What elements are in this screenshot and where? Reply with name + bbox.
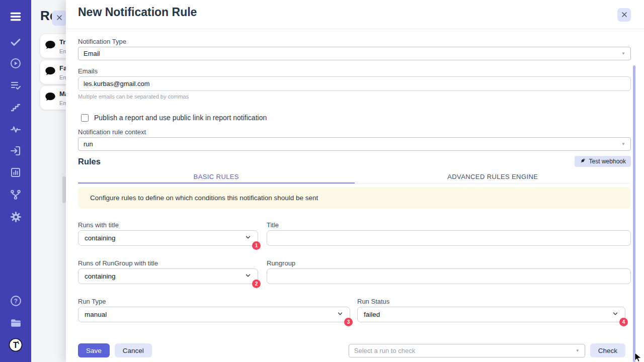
modal-content: Notification Type Email ▼ Emails Multipl… [66,38,644,357]
tracardi-logo[interactable]: T [0,338,31,352]
rungroup-title-select[interactable]: containing 2 [78,268,258,284]
notification-type-select[interactable]: Email ▼ [78,47,631,60]
new-notification-rule-modal: New Notification Rule Notification Type … [66,0,644,362]
run-to-check-placeholder: Select a run to check [354,347,415,354]
notification-type-value: Email [84,50,100,57]
modal-title: New Notification Rule [78,6,197,19]
speech-bubble-icon [44,39,56,53]
close-icon [56,14,62,23]
chevron-down-icon [612,310,619,319]
rungroup-title-value: containing [85,273,116,280]
rules-info-banner: Configure rules to define on which condi… [78,187,631,209]
folder-icon[interactable] [0,316,31,329]
menu-icon[interactable] [0,10,31,23]
list-check-icon[interactable] [0,79,31,92]
emails-helper-text: Multiple emails can be separated by comm… [78,94,631,100]
rules-heading: Rules [78,157,101,166]
panel-scrollbar-thumb[interactable] [62,176,66,203]
sign-in-icon[interactable] [0,144,31,157]
modal-scrollbar-thumb[interactable] [633,65,635,362]
runs-with-title-value: containing [85,234,116,242]
rungroup-title-label: Runs of RunGroup with title [78,259,258,267]
run-to-check-select[interactable]: Select a run to check ▼ [349,344,585,357]
svg-text:?: ? [14,297,17,304]
notification-type-label: Notification Type [78,38,631,45]
test-webhook-button[interactable]: Test webhook [575,156,631,167]
status-badge: 3 [344,318,353,326]
mouse-cursor [634,352,644,362]
chevron-down-icon [245,272,252,281]
run-status-label: Run Status [357,298,625,305]
test-webhook-label: Test webhook [589,158,626,165]
save-button[interactable]: Save [78,343,110,357]
rules-tabs: BASIC RULES ADVANCED RULES ENGINE [78,170,631,184]
dropdown-arrow-icon: ▼ [621,51,625,56]
steps-icon[interactable] [0,101,31,114]
emails-input[interactable] [78,76,631,91]
rungroup-input[interactable] [267,268,631,284]
background-panel-close-button[interactable] [52,11,67,26]
sidebar: ? T [0,0,31,362]
tab-advanced-rules-engine[interactable]: ADVANCED RULES ENGINE [355,170,631,183]
run-status-value: failed [364,311,380,318]
dropdown-arrow-icon: ▼ [621,142,625,146]
active-tab-indicator [78,183,355,184]
modal-close-button[interactable] [617,8,631,22]
rule-context-select[interactable]: run ▼ [78,137,631,151]
help-icon[interactable]: ? [0,294,31,307]
rule-row: Run Type manual 3 Run Status failed [78,298,631,322]
speech-bubble-icon [44,91,56,105]
chevron-down-icon [337,310,344,319]
rule-row: Runs with title containing 1 Title [78,221,631,246]
gear-icon[interactable] [0,210,31,223]
play-circle-icon[interactable] [0,57,31,70]
rule-context-value: run [84,140,93,148]
emails-label: Emails [78,67,631,75]
tab-basic-rules[interactable]: BASIC RULES [78,170,355,183]
status-badge: 1 [252,241,261,250]
run-type-select[interactable]: manual 3 [78,307,350,322]
svg-text:T: T [13,341,18,349]
speech-bubble-icon [44,65,56,79]
runs-with-title-label: Runs with title [78,221,258,229]
run-status-select[interactable]: failed 4 [357,307,625,322]
rungroup-label: Rungroup [267,259,631,267]
rule-row: Runs of RunGroup with title containing 2… [78,259,631,284]
close-icon [621,11,627,20]
run-type-value: manual [85,311,107,318]
title-label: Title [267,221,631,229]
run-type-label: Run Type [78,298,350,305]
modal-header: New Notification Rule [66,0,644,29]
branch-icon[interactable] [0,188,31,201]
chevron-down-icon [245,234,252,242]
rule-context-label: Notification rule context [78,128,631,136]
bar-chart-icon[interactable] [0,166,31,179]
check-icon[interactable] [0,36,31,49]
check-button[interactable]: Check [590,343,625,357]
list-item-title: Tr [59,38,65,46]
title-input[interactable] [267,230,631,246]
runs-with-title-select[interactable]: containing 1 [78,230,258,246]
activity-icon[interactable] [0,123,31,136]
plug-icon [580,157,586,165]
cancel-button[interactable]: Cancel [115,343,152,357]
status-badge: 2 [252,280,261,288]
status-badge: 4 [619,318,628,326]
publish-report-checkbox[interactable] [81,114,89,122]
publish-report-label: Publish a report and use public link in … [94,114,267,122]
dropdown-arrow-icon: ▼ [576,348,580,353]
